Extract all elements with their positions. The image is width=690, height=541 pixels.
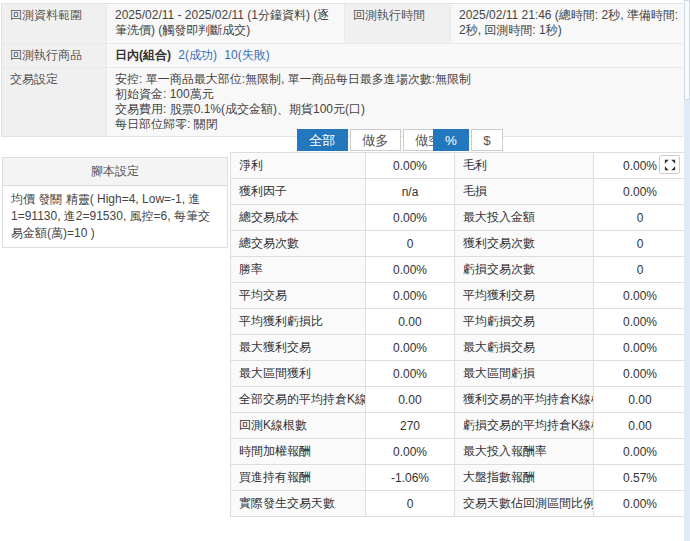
stat-value: 0.00% <box>594 309 687 335</box>
stat-label: 獲利交易次數 <box>455 231 594 257</box>
value-exec-time: 2025/02/11 21:46 (總時間: 2秒, 準備時間: 2秒, 回測時… <box>451 4 687 43</box>
script-settings-content: 均價 發關 精靈( High=4, Low=-1, 進1=91130, 進2=9… <box>2 186 228 248</box>
filter-long-button[interactable]: 做多 <box>350 129 401 151</box>
label-data-range: 回測資料範圍 <box>2 4 106 43</box>
table-row: 總交易次數 0 獲利交易次數 0 <box>231 231 687 257</box>
fail-count-link[interactable]: 10(失敗) <box>224 48 269 62</box>
trade-settings-line: 安控: 單一商品最大部位:無限制, 單一商品每日最多進場次數:無限制 <box>115 72 679 87</box>
stat-value: 0.00% <box>594 361 687 387</box>
unit-filter-group: % $ <box>433 129 503 151</box>
stat-label: 虧損交易次數 <box>455 257 594 283</box>
table-row: 平均獲利虧損比 0.00 平均虧損交易 0.00% <box>231 309 687 335</box>
stat-label: 最大區間虧損 <box>455 361 594 387</box>
stat-label: 平均虧損交易 <box>455 309 594 335</box>
stat-label: 回測K線根數 <box>231 413 366 439</box>
stat-label: 最大區間獲利 <box>231 361 366 387</box>
stats-table-container: 淨利 0.00% 毛利 0.00% 獲利因子 n/a 毛損 0.00% 總交易成… <box>230 152 686 517</box>
trade-settings-line: 初始資金: 100萬元 <box>115 87 679 102</box>
value-exec-symbol: 日內(組合) 2(成功) 10(失敗) <box>107 44 687 67</box>
value-trade-settings: 安控: 單一商品最大部位:無限制, 單一商品每日最多進場次數:無限制 初始資金:… <box>107 68 687 136</box>
stat-label: 時間加權報酬 <box>231 439 366 465</box>
script-settings-panel: 腳本設定 均價 發關 精靈( High=4, Low=-1, 進1=91130,… <box>2 157 228 248</box>
stat-value: 0.00% <box>366 439 455 465</box>
position-filter-group: 全部 做多 做空 <box>297 129 454 151</box>
table-row: 淨利 0.00% 毛利 0.00% <box>231 153 687 179</box>
stat-label: 虧損交易的平均持倉K線根數 <box>455 413 594 439</box>
table-row: 買進持有報酬 -1.06% 大盤指數報酬 0.57% <box>231 465 687 491</box>
label-exec-time: 回測執行時間 <box>345 4 450 43</box>
stat-value: 0.00% <box>366 283 455 309</box>
stat-value: 0 <box>366 231 455 257</box>
table-row: 最大獲利交易 0.00% 最大虧損交易 0.00% <box>231 335 687 361</box>
stat-label: 毛利 <box>455 153 594 179</box>
stat-value: 0 <box>594 231 687 257</box>
expand-button[interactable] <box>659 155 680 174</box>
stat-value: 0.00% <box>594 335 687 361</box>
stat-value: 270 <box>366 413 455 439</box>
stat-label: 買進持有報酬 <box>231 465 366 491</box>
stat-label: 總交易次數 <box>231 231 366 257</box>
stat-label: 全部交易的平均持倉K線根數 <box>231 387 366 413</box>
stat-label: 淨利 <box>231 153 366 179</box>
stat-value: 0.00% <box>594 179 687 205</box>
stat-value: 0.00% <box>594 283 687 309</box>
table-row: 獲利因子 n/a 毛損 0.00% <box>231 179 687 205</box>
table-row: 實際發生交易天數 0 交易天數佔回測區間比例 0.00% <box>231 491 687 517</box>
stat-value: -1.06% <box>366 465 455 491</box>
stat-label: 獲利因子 <box>231 179 366 205</box>
stat-label: 最大獲利交易 <box>231 335 366 361</box>
unit-dollar-button[interactable]: $ <box>471 129 502 151</box>
stat-value: n/a <box>366 179 455 205</box>
stat-label: 獲利交易的平均持倉K線根數 <box>455 387 594 413</box>
value-data-range: 2025/02/11 - 2025/02/11 (1分鐘資料) (逐筆洗價) (… <box>107 4 344 43</box>
stat-value: 0.00% <box>366 153 455 179</box>
stat-label: 平均獲利虧損比 <box>231 309 366 335</box>
stat-label: 平均交易 <box>231 283 366 309</box>
stat-label: 最大投入金額 <box>455 205 594 231</box>
stat-label: 總交易成本 <box>231 205 366 231</box>
table-row: 時間加權報酬 0.00% 最大投入報酬率 0.00% <box>231 439 687 465</box>
filter-all-button[interactable]: 全部 <box>297 129 348 151</box>
unit-percent-button[interactable]: % <box>433 129 469 151</box>
stat-value: 0 <box>594 257 687 283</box>
expand-icon <box>664 159 676 171</box>
stat-value: 0.00% <box>594 491 687 517</box>
stat-label: 最大投入報酬率 <box>455 439 594 465</box>
stat-value: 0.00% <box>366 361 455 387</box>
stat-value: 0 <box>594 205 687 231</box>
stat-value: 0.00 <box>366 387 455 413</box>
stat-value: 0.00 <box>594 413 687 439</box>
stats-table: 淨利 0.00% 毛利 0.00% 獲利因子 n/a 毛損 0.00% 總交易成… <box>230 152 687 517</box>
table-row: 勝率 0.00% 虧損交易次數 0 <box>231 257 687 283</box>
stat-value: 0.00% <box>366 205 455 231</box>
stat-value: 0.00% <box>594 439 687 465</box>
table-row: 最大區間獲利 0.00% 最大區間虧損 0.00% <box>231 361 687 387</box>
stat-value: 0.00% <box>366 257 455 283</box>
label-trade-settings: 交易設定 <box>2 68 106 136</box>
stat-label: 大盤指數報酬 <box>455 465 594 491</box>
table-row: 總交易成本 0.00% 最大投入金額 0 <box>231 205 687 231</box>
stat-label: 毛損 <box>455 179 594 205</box>
stat-value: 0 <box>366 491 455 517</box>
backtest-info-table: 回測資料範圍 2025/02/11 - 2025/02/11 (1分鐘資料) (… <box>1 3 683 137</box>
trade-settings-line: 交易費用: 股票0.1%(成交金額)、期貨100元(口) <box>115 102 679 117</box>
stat-label: 實際發生交易天數 <box>231 491 366 517</box>
stat-label: 平均獲利交易 <box>455 283 594 309</box>
stat-value: 0.00 <box>594 387 687 413</box>
table-row: 全部交易的平均持倉K線根數 0.00 獲利交易的平均持倉K線根數 0.00 <box>231 387 687 413</box>
table-row: 平均交易 0.00% 平均獲利交易 0.00% <box>231 283 687 309</box>
stat-value: 0.00% <box>366 335 455 361</box>
filter-button-bar: 全部 做多 做空 % $ <box>0 129 683 153</box>
stat-value: 0.00 <box>366 309 455 335</box>
scrollbar-thumb[interactable] <box>684 0 690 100</box>
symbol-mode-text: 日內(組合) <box>115 48 171 62</box>
table-row: 回測K線根數 270 虧損交易的平均持倉K線根數 0.00 <box>231 413 687 439</box>
vertical-scrollbar[interactable] <box>684 0 690 541</box>
success-count-link[interactable]: 2(成功) <box>178 48 217 62</box>
label-exec-symbol: 回測執行商品 <box>2 44 106 67</box>
script-settings-title: 腳本設定 <box>2 157 228 186</box>
stat-value: 0.57% <box>594 465 687 491</box>
stat-label: 勝率 <box>231 257 366 283</box>
stat-label: 最大虧損交易 <box>455 335 594 361</box>
stat-label: 交易天數佔回測區間比例 <box>455 491 594 517</box>
